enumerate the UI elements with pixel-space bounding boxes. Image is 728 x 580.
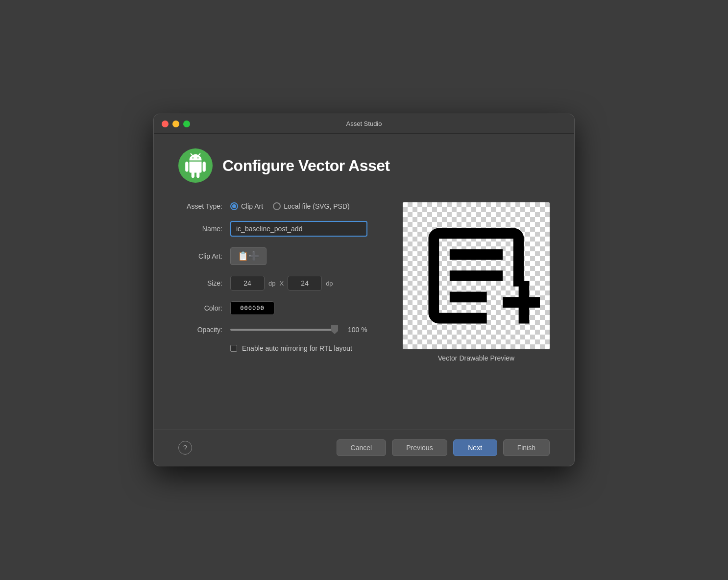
radio-clip-art-label: Clip Art — [241, 202, 263, 210]
size-separator: X — [279, 280, 284, 287]
radio-local-file[interactable]: Local file (SVG, PSD) — [273, 202, 350, 210]
title-bar: Asset Studio — [154, 114, 574, 134]
opacity-label: Opacity: — [178, 326, 222, 334]
rtl-checkbox-group[interactable]: Enable auto mirroring for RTL layout — [230, 344, 352, 352]
maximize-button[interactable] — [183, 121, 190, 127]
traffic-lights — [162, 121, 190, 127]
help-button[interactable]: ? — [178, 441, 192, 455]
size-inputs: dp X dp — [230, 276, 333, 290]
asset-type-label: Asset Type: — [178, 202, 222, 210]
name-input[interactable] — [230, 221, 367, 237]
size-width-input[interactable] — [230, 276, 265, 290]
size-height-unit: dp — [326, 280, 333, 287]
preview-canvas — [403, 202, 550, 349]
rtl-row: Enable auto mirroring for RTL layout — [178, 344, 383, 352]
size-width-unit: dp — [268, 280, 275, 287]
form-section: Asset Type: Clip Art Local file (SVG, PS… — [178, 202, 383, 414]
opacity-slider[interactable] — [230, 329, 338, 331]
page-title: Configure Vector Asset — [222, 157, 390, 175]
asset-type-radio-group: Clip Art Local file (SVG, PSD) — [230, 202, 350, 210]
radio-clip-art-btn[interactable] — [230, 202, 238, 210]
rtl-label: Enable auto mirroring for RTL layout — [242, 344, 352, 352]
cancel-button[interactable]: Cancel — [337, 439, 387, 456]
page-header: Configure Vector Asset — [178, 148, 550, 183]
size-height-input[interactable] — [288, 276, 322, 290]
window-title: Asset Studio — [346, 120, 382, 127]
clip-art-row: Clip Art: 📋➕ — [178, 247, 383, 265]
opacity-row: Opacity: 100 % — [178, 326, 383, 334]
next-button[interactable]: Next — [453, 439, 497, 456]
previous-button[interactable]: Previous — [392, 439, 447, 456]
color-swatch-button[interactable]: 000000 — [230, 301, 274, 315]
opacity-value: 100 % — [348, 326, 367, 334]
help-icon: ? — [183, 444, 187, 452]
radio-local-file-label: Local file (SVG, PSD) — [284, 202, 350, 210]
name-row: Name: — [178, 221, 383, 237]
size-row: Size: dp X dp — [178, 276, 383, 290]
rtl-checkbox[interactable] — [230, 345, 237, 352]
size-label: Size: — [178, 279, 222, 287]
color-value: 000000 — [240, 305, 264, 312]
name-label: Name: — [178, 225, 222, 233]
opacity-control: 100 % — [230, 326, 367, 334]
radio-clip-art[interactable]: Clip Art — [230, 202, 263, 210]
clip-art-label: Clip Art: — [178, 252, 222, 260]
radio-local-file-btn[interactable] — [273, 202, 281, 210]
preview-section: Vector Drawable Preview — [403, 202, 550, 414]
android-icon — [183, 153, 208, 178]
close-button[interactable] — [162, 121, 169, 127]
main-area: Asset Type: Clip Art Local file (SVG, PS… — [178, 202, 550, 414]
clip-art-button[interactable]: 📋➕ — [230, 247, 267, 265]
clip-art-icon: 📋➕ — [238, 251, 259, 262]
android-logo — [178, 148, 213, 183]
opacity-thumb[interactable] — [331, 325, 338, 334]
color-label: Color: — [178, 304, 222, 312]
footer: ? Cancel Previous Next Finish — [154, 429, 574, 466]
content-area: Configure Vector Asset Asset Type: Clip … — [154, 134, 574, 429]
preview-label: Vector Drawable Preview — [438, 354, 514, 362]
main-window: Asset Studio Configure Vector Asset Asse… — [153, 114, 575, 466]
color-row: Color: 000000 — [178, 301, 383, 315]
asset-type-row: Asset Type: Clip Art Local file (SVG, PS… — [178, 202, 383, 210]
preview-icon — [413, 212, 540, 339]
finish-button[interactable]: Finish — [503, 439, 550, 456]
minimize-button[interactable] — [172, 121, 179, 127]
